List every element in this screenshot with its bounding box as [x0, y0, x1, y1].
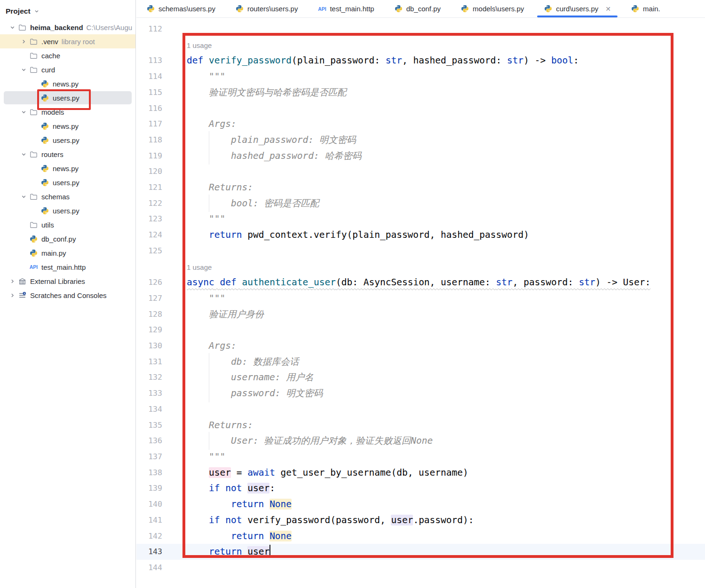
line-number[interactable]: 140	[136, 496, 162, 512]
code-line[interactable]: Returns:	[162, 180, 705, 196]
line-number[interactable]	[136, 259, 162, 275]
line-number[interactable]: 112	[136, 21, 162, 37]
line-number[interactable]: 132	[136, 369, 162, 385]
code-line[interactable]: plain_password: 明文密码	[162, 132, 705, 148]
tree-item-news-py[interactable]: news.py	[0, 161, 135, 175]
code-line[interactable]	[162, 322, 705, 338]
line-number[interactable]: 117	[136, 116, 162, 132]
tab-test-main-http[interactable]: APItest_main.http	[308, 0, 384, 17]
chevron-down-icon[interactable]	[7, 24, 18, 31]
line-number[interactable]: 136	[136, 433, 162, 449]
code-line[interactable]: def verify_password(plain_password: str,…	[162, 53, 705, 69]
tab-schemas-users-py[interactable]: schemas\users.py	[136, 0, 225, 17]
chevron-right-icon[interactable]	[18, 38, 29, 45]
inlay-row[interactable]: 1 usage	[162, 37, 705, 53]
line-number[interactable]: 133	[136, 385, 162, 401]
code-line[interactable]: return None	[162, 528, 705, 544]
line-number[interactable]: 143	[136, 544, 162, 560]
tree-item-schemas[interactable]: schemas	[0, 189, 135, 204]
close-icon[interactable]: ✕	[605, 6, 611, 12]
project-panel-header[interactable]: Project	[0, 0, 135, 18]
tab-db-conf-py[interactable]: db_conf.py	[384, 0, 451, 17]
code-line[interactable]: return user	[162, 544, 705, 560]
chevron-right-icon[interactable]	[7, 292, 18, 299]
code-line[interactable]: User: 验证成功的用户对象，验证失败返回None	[162, 433, 705, 449]
code-editor[interactable]: 1121 usage113def verify_password(plain_p…	[136, 21, 705, 576]
line-number[interactable]	[136, 37, 162, 53]
tree-item-users-py[interactable]: users.py	[0, 175, 135, 189]
code-line[interactable]: """	[162, 449, 705, 465]
code-line[interactable]: Args:	[162, 338, 705, 354]
tab-models-users-py[interactable]: models\users.py	[451, 0, 534, 17]
line-number[interactable]: 142	[136, 528, 162, 544]
tree-item-heima-backend[interactable]: heima_backendC:\Users\Augu	[0, 20, 135, 34]
tree-item-users-py[interactable]: users.py	[0, 91, 135, 105]
code-line[interactable]: Args:	[162, 116, 705, 132]
code-line[interactable]: async def authenticate_user(db: AsyncSes…	[162, 274, 705, 290]
line-number[interactable]: 120	[136, 164, 162, 180]
code-line[interactable]: username: 用户名	[162, 369, 705, 385]
line-number[interactable]: 134	[136, 401, 162, 417]
line-number[interactable]: 126	[136, 274, 162, 290]
code-line[interactable]: """	[162, 290, 705, 306]
line-number[interactable]: 129	[136, 322, 162, 338]
code-line[interactable]: bool: 密码是否匹配	[162, 196, 705, 212]
chevron-down-icon[interactable]	[33, 8, 40, 15]
tree-item-models[interactable]: models	[0, 105, 135, 119]
line-number[interactable]: 138	[136, 465, 162, 481]
line-number[interactable]: 122	[136, 196, 162, 212]
tree-item-venv[interactable]: .venvlibrary root	[0, 34, 135, 48]
code-line[interactable]: if not verify_password(password, user.pa…	[162, 512, 705, 528]
code-line[interactable]	[162, 243, 705, 259]
usages-inlay-hint[interactable]: 1 usage	[187, 41, 212, 49]
line-number[interactable]: 119	[136, 148, 162, 164]
chevron-right-icon[interactable]	[7, 278, 18, 285]
line-number[interactable]: 116	[136, 101, 162, 117]
tree-item-news-py[interactable]: news.py	[0, 119, 135, 133]
chevron-down-icon[interactable]	[18, 66, 29, 73]
code-line[interactable]	[162, 401, 705, 417]
tree-item-users-py[interactable]: users.py	[0, 133, 135, 147]
tree-item-scratches-and-consoles[interactable]: Scratches and Consoles	[0, 288, 135, 302]
tree-item-news-py[interactable]: news.py	[0, 77, 135, 91]
code-line[interactable]: Returns:	[162, 417, 705, 433]
tree-item-cache[interactable]: cache	[0, 48, 135, 63]
code-line[interactable]: 验证用户身份	[162, 306, 705, 322]
tab-main[interactable]: main.	[621, 0, 670, 17]
chevron-down-icon[interactable]	[18, 193, 29, 200]
line-number[interactable]: 141	[136, 512, 162, 528]
tab-curd-users-py[interactable]: curd\users.py✕	[534, 0, 621, 17]
line-number[interactable]: 123	[136, 211, 162, 227]
code-line[interactable]	[162, 560, 705, 576]
line-number[interactable]: 118	[136, 132, 162, 148]
tree-item-users-py[interactable]: users.py	[0, 204, 135, 218]
line-number[interactable]: 121	[136, 180, 162, 196]
code-line[interactable]: return pwd_context.verify(plain_password…	[162, 227, 705, 243]
tree-item-curd[interactable]: curd	[0, 63, 135, 77]
line-number[interactable]: 124	[136, 227, 162, 243]
code-line[interactable]: db: 数据库会话	[162, 354, 705, 370]
tree-item-test-main-http[interactable]: APItest_main.http	[0, 260, 135, 274]
code-line[interactable]: return None	[162, 496, 705, 512]
line-number[interactable]: 135	[136, 417, 162, 433]
tree-item-main-py[interactable]: main.py	[0, 246, 135, 260]
line-number[interactable]: 114	[136, 69, 162, 85]
line-number[interactable]: 137	[136, 449, 162, 465]
chevron-down-icon[interactable]	[18, 151, 29, 158]
code-line[interactable]: if not user:	[162, 480, 705, 496]
line-number[interactable]: 144	[136, 560, 162, 576]
line-number[interactable]: 127	[136, 290, 162, 306]
chevron-down-icon[interactable]	[18, 109, 29, 116]
line-number[interactable]: 139	[136, 480, 162, 496]
code-line[interactable]: """	[162, 69, 705, 85]
tab-routers-users-py[interactable]: routers\users.py	[225, 0, 308, 17]
code-line[interactable]: password: 明文密码	[162, 385, 705, 401]
code-line[interactable]: user = await get_user_by_username(db, us…	[162, 465, 705, 481]
code-line[interactable]	[162, 164, 705, 180]
code-line[interactable]: """	[162, 211, 705, 227]
code-line[interactable]	[162, 21, 705, 37]
tree-item-routers[interactable]: routers	[0, 147, 135, 161]
usages-inlay-hint[interactable]: 1 usage	[187, 263, 212, 271]
line-number[interactable]: 115	[136, 85, 162, 101]
line-number[interactable]: 128	[136, 306, 162, 322]
